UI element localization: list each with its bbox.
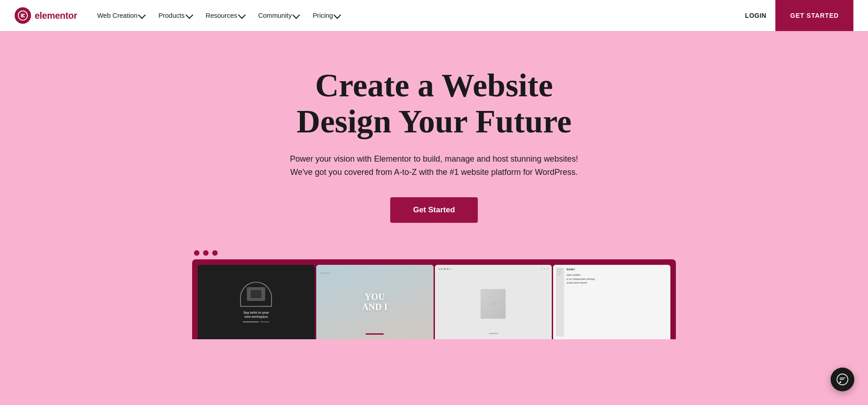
logo-link[interactable]: elementor (15, 7, 77, 24)
get-started-nav-button[interactable]: GET STARTED (775, 0, 853, 31)
hero-subtitle: Power your vision with Elementor to buil… (290, 153, 578, 179)
nav-item-web-creation[interactable]: Web Creation (92, 9, 150, 22)
dot-3 (212, 250, 218, 256)
site-card-1: Say hello to yournew workspace (198, 265, 315, 339)
logo-icon (15, 7, 31, 24)
nav-links: Web Creation Products Resources Communit… (92, 9, 736, 22)
nav-item-community[interactable]: Community (253, 9, 304, 22)
chevron-down-icon (334, 11, 341, 19)
nav-item-pricing[interactable]: Pricing (307, 9, 345, 22)
navbar: elementor Web Creation Products Resource… (0, 0, 868, 31)
browser-window: Say hello to yournew workspace MARC YOUA… (192, 259, 676, 339)
hero-section: Create a Website Design Your Future Powe… (0, 31, 868, 405)
dot-2 (203, 250, 209, 256)
hero-title: Create a Website Design Your Future (297, 68, 572, 140)
dot-1 (194, 250, 199, 256)
browser-mockup: Say hello to yournew workspace MARC YOUA… (192, 250, 676, 339)
login-button[interactable]: LOGIN (736, 8, 776, 23)
card-1-label: Say hello to yournew workspace (243, 310, 269, 319)
nav-item-products[interactable]: Products (153, 9, 197, 22)
chat-button[interactable] (831, 368, 854, 391)
chevron-down-icon (138, 11, 146, 19)
site-card-3: JEWEL ● ● ● ○ ★★★★★ (435, 265, 552, 339)
hero-cta-button[interactable]: Get Started (390, 197, 478, 223)
chevron-down-icon (185, 11, 193, 19)
svg-rect-1 (21, 14, 25, 15)
nav-right: LOGIN GET STARTED (736, 0, 853, 31)
chevron-down-icon (238, 11, 246, 19)
browser-dots (192, 250, 676, 259)
site-card-4: RAINY saint madlenis an independent phot… (553, 265, 670, 339)
nav-item-resources[interactable]: Resources (200, 9, 250, 22)
logo-text: elementor (35, 11, 77, 21)
site-card-2: MARC YOUAND I (316, 265, 434, 339)
svg-rect-2 (21, 15, 23, 16)
card-2-label: YOUAND I (362, 292, 387, 312)
card-4-label: RAINY (566, 268, 668, 271)
chevron-down-icon (293, 11, 300, 19)
svg-rect-3 (21, 16, 25, 17)
